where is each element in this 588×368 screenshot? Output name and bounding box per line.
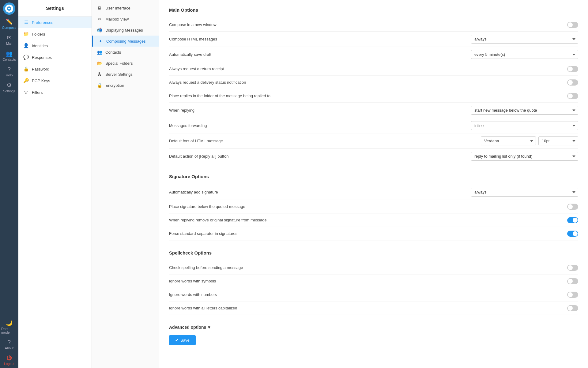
nav-item-contacts[interactable]: 👥 Contacts [0,48,18,64]
nav-item-help[interactable]: ? Help [0,64,18,79]
section-user-interface[interactable]: 🖥 User Interface [92,2,159,13]
sidebar-item-pgpkeys[interactable]: 🔑 PGP Keys [18,75,92,86]
toggle-spell-before-send[interactable] [567,265,578,271]
select-when-replying[interactable]: start new message below the quote start … [471,106,578,115]
toggle-return-receipt[interactable] [567,66,578,72]
option-ignore-capitalized: Ignore words with all letters capitalize… [169,301,578,315]
section-label-displaying-messages: Displaying Messages [105,28,143,33]
label-delivery-status: Always request a delivery status notific… [169,80,567,85]
nav-label-darkmode: Dark mode [1,327,17,334]
main-options-group: Main Options Compose in a new window Com… [169,7,578,164]
filters-icon: ▽ [23,90,29,95]
nav-item-compose[interactable]: ✏️ Compose [0,16,18,32]
sidebar-item-filters[interactable]: ▽ Filters [18,86,92,98]
section-label-user-interface: User Interface [105,6,130,10]
mail-icon: ✉ [7,34,12,41]
sidebar-item-password[interactable]: 🔒 Password [18,63,92,75]
toggle-delivery-status[interactable] [567,79,578,86]
password-icon: 🔒 [23,66,29,72]
sidebar-item-preferences[interactable]: ☰ Preferences [18,17,92,28]
sidebar-item-responses[interactable]: 💬 Responses [18,52,92,63]
option-reply-all-action: Default action of [Reply all] button rep… [169,149,578,164]
select-font-size[interactable]: 8pt 9pt 10pt 11pt 12pt 14pt [538,136,578,145]
label-ignore-symbols: Ignore words with symbols [169,279,567,283]
section-label-composing-messages: Composing Messages [106,39,146,44]
nav-item-settings[interactable]: ⚙ Settings [0,79,18,95]
select-reply-all-action[interactable]: reply to all reply to mailing list only … [471,152,578,161]
nav-label-mail: Mail [6,42,12,45]
spellcheck-options-group: Spellcheck Options Check spelling before… [169,250,578,315]
label-return-receipt: Always request a return receipt [169,67,567,71]
save-button[interactable]: ✔ Save [169,335,196,345]
label-spell-before-send: Check spelling before sending a message [169,265,567,270]
spellcheck-options-title: Spellcheck Options [169,250,578,255]
sidebar-label-identities: Identities [32,44,48,48]
section-sidebar: 🖥 User Interface ✉ Mailbox View 📬 Displa… [92,0,159,368]
label-ignore-capitalized: Ignore words with all letters capitalize… [169,306,567,310]
select-font-family[interactable]: Verdana Arial Times New Roman Georgia Co… [481,136,536,145]
label-when-replying: When replying [169,108,471,113]
option-default-font: Default font of HTML message Verdana Ari… [169,133,578,149]
identities-icon: 👤 [23,43,29,48]
displaying-messages-icon: 📬 [97,28,102,33]
app-logo [3,2,15,15]
section-displaying-messages[interactable]: 📬 Displaying Messages [92,25,159,36]
compose-icon: ✏️ [6,18,13,25]
section-contacts[interactable]: 👥 Contacts [92,47,159,58]
section-encryption[interactable]: 🔒 Encryption [92,80,159,91]
save-button-label: Save [180,338,190,343]
select-auto-add-signature[interactable]: always never on new message only on repl… [471,188,578,197]
nav-item-darkmode[interactable]: 🌙 Dark mode [0,317,18,337]
option-auto-add-signature: Automatically add signature always never… [169,185,578,200]
option-sig-below-quote: Place signature below the quoted message [169,200,578,213]
sidebar-header: Settings [18,0,92,17]
nav-label-contacts: Contacts [2,58,16,61]
user-interface-icon: 🖥 [97,6,102,10]
logout-icon: ⏻ [6,355,12,361]
advanced-options-toggle[interactable]: Advanced options ▾ [169,325,578,330]
responses-icon: 💬 [23,55,29,60]
pgpkeys-icon: 🔑 [23,78,29,83]
nav-item-mail[interactable]: ✉ Mail [0,32,18,48]
option-ignore-numbers: Ignore words with numbers [169,288,578,301]
section-label-encryption: Encryption [105,83,124,88]
nav-label-settings: Settings [3,89,15,93]
section-mailbox-view[interactable]: ✉ Mailbox View [92,13,159,25]
nav-label-help: Help [6,73,13,77]
toggle-force-separator[interactable] [567,231,578,237]
preferences-icon: ☰ [23,20,29,25]
option-when-replying: When replying start new message below th… [169,103,578,118]
nav-item-about[interactable]: ? About [0,337,18,352]
section-server-settings[interactable]: 🖧 Server Settings [92,69,159,80]
sidebar-item-identities[interactable]: 👤 Identities [18,40,92,52]
toggle-ignore-numbers[interactable] [567,292,578,298]
section-label-special-folders: Special Folders [105,61,133,66]
select-auto-save-draft[interactable]: never every 1 minute(s) every 5 minute(s… [471,50,578,59]
main-options-title: Main Options [169,7,578,13]
toggle-compose-new-window[interactable] [567,22,578,28]
option-spell-before-send: Check spelling before sending a message [169,261,578,274]
help-icon: ? [8,66,11,73]
select-compose-html[interactable]: always never on reply to HTML message [471,35,578,44]
option-remove-original-sig: When replying remove original signature … [169,213,578,227]
section-composing-messages[interactable]: ✈ Composing Messages [92,36,159,47]
sidebar-label-folders: Folders [32,32,45,36]
settings-icon: ⚙ [7,82,12,89]
label-auto-add-signature: Automatically add signature [169,190,471,194]
option-compose-new-window: Compose in a new window [169,18,578,32]
sidebar-item-folders[interactable]: 📁 Folders [18,28,92,40]
sidebar-label-preferences: Preferences [32,20,53,25]
sidebar-label-pgpkeys: PGP Keys [32,79,50,83]
label-remove-original-sig: When replying remove original signature … [169,218,567,222]
section-label-contacts: Contacts [105,50,121,55]
toggle-remove-original-sig[interactable] [567,217,578,223]
select-messages-forwarding[interactable]: inline as attachment [471,121,578,130]
toggle-replies-folder[interactable] [567,93,578,99]
main-content: Main Options Compose in a new window Com… [159,0,588,368]
section-special-folders[interactable]: 📂 Special Folders [92,58,159,69]
toggle-ignore-symbols[interactable] [567,278,578,284]
label-reply-all-action: Default action of [Reply all] button [169,154,471,159]
toggle-sig-below-quote[interactable] [567,204,578,210]
toggle-ignore-capitalized[interactable] [567,305,578,311]
nav-item-logout[interactable]: ⏻ Logout [0,352,18,368]
